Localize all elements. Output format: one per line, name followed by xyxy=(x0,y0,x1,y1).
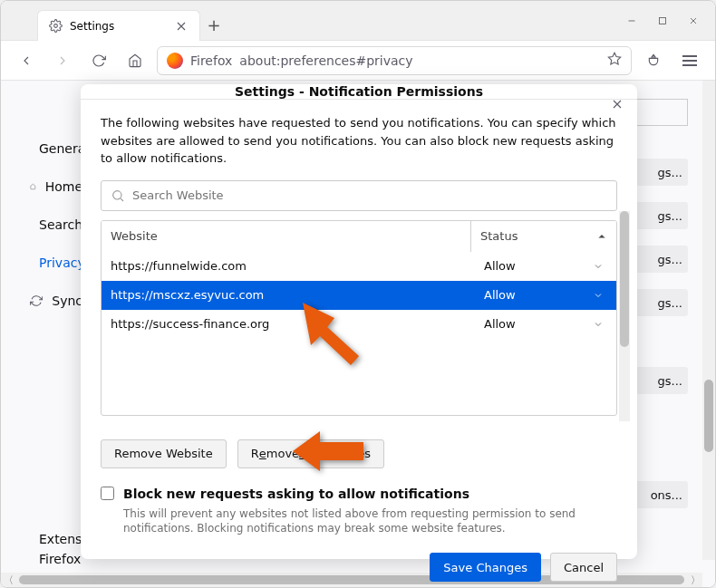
scroll-right-arrow[interactable]: 〉 xyxy=(688,574,702,587)
tab-title: Settings xyxy=(70,20,114,33)
sidenav-ext-label: Extensions & Themes xyxy=(39,532,82,546)
reload-button[interactable] xyxy=(84,46,113,75)
close-icon xyxy=(174,19,189,34)
bookmark-button[interactable] xyxy=(607,52,622,69)
search-website-input[interactable] xyxy=(132,188,607,202)
sidenav-search-label: Search xyxy=(39,217,82,232)
sidenav-general[interactable]: General xyxy=(30,139,82,159)
column-website[interactable]: Website xyxy=(102,221,471,252)
dialog-title: Settings - Notification Permissions xyxy=(235,84,483,99)
sidenav-sync[interactable]: Sync xyxy=(30,291,82,311)
row-status-select[interactable]: Allow xyxy=(471,288,616,302)
hamburger-icon xyxy=(682,55,697,66)
svg-marker-9 xyxy=(293,431,363,471)
row-status-select[interactable]: Allow xyxy=(471,317,616,331)
row-status-select[interactable]: Allow xyxy=(471,259,616,273)
svg-point-0 xyxy=(54,24,58,28)
toolbar: Firefox about:preferences#privacy xyxy=(1,41,715,81)
block-requests-note: This will prevent any websites not liste… xyxy=(123,506,617,537)
scroll-left-arrow[interactable]: 〈 xyxy=(1,574,15,587)
gear-icon xyxy=(49,19,63,33)
search-icon xyxy=(111,188,125,203)
annotation-arrow xyxy=(300,300,373,372)
forward-button[interactable] xyxy=(48,46,77,75)
back-button[interactable] xyxy=(12,46,41,75)
sidenav-extensions[interactable]: Extensions & Themes xyxy=(30,529,82,549)
new-tab-button[interactable]: + xyxy=(200,9,227,40)
dialog-header: Settings - Notification Permissions xyxy=(81,84,637,100)
row-url: https://funnelwide.com xyxy=(102,259,471,273)
table-scrollbar-thumb[interactable] xyxy=(620,211,629,347)
block-new-requests-row: Block new requests asking to allow notif… xyxy=(101,487,617,501)
svg-point-7 xyxy=(113,190,121,198)
minimize-icon xyxy=(626,14,637,28)
close-window-button[interactable] xyxy=(688,15,699,26)
dialog-footer: Save Changes Cancel xyxy=(81,553,637,588)
sync-icon xyxy=(30,294,43,308)
row-url: https://mscxz.esyvuc.com xyxy=(102,288,471,302)
account-button[interactable] xyxy=(639,46,668,75)
annotation-arrow xyxy=(293,426,365,477)
sidenav-support[interactable]: Firefox Support xyxy=(30,549,82,569)
home-button[interactable] xyxy=(121,46,150,75)
title-bar: Settings + xyxy=(1,1,715,41)
sidenav-sync-label: Sync xyxy=(52,294,82,308)
chevron-down-icon xyxy=(593,319,604,330)
svg-marker-2 xyxy=(608,53,620,64)
window-controls xyxy=(610,1,715,40)
sidenav-general-label: General xyxy=(39,141,82,156)
tab-close-button[interactable] xyxy=(174,19,189,34)
maximize-icon xyxy=(657,14,668,28)
close-icon xyxy=(688,14,699,28)
cancel-button[interactable]: Cancel xyxy=(550,553,617,582)
sidenav-search[interactable]: Search xyxy=(30,215,82,235)
row-url: https://success-finance.org xyxy=(102,317,471,331)
maximize-button[interactable] xyxy=(657,15,668,26)
tab-settings[interactable]: Settings xyxy=(37,10,200,41)
home-icon xyxy=(30,179,36,194)
column-status[interactable]: Status xyxy=(471,221,616,252)
sidenav-support-label: Firefox Support xyxy=(39,552,82,566)
table-scrollbar[interactable] xyxy=(619,211,630,421)
chevron-down-icon xyxy=(593,290,604,301)
dialog-description: The following websites have requested to… xyxy=(101,114,617,168)
table-header: Website Status xyxy=(102,221,616,252)
reload-icon xyxy=(92,53,106,68)
search-website-field[interactable] xyxy=(101,180,617,211)
url-bar[interactable]: Firefox about:preferences#privacy xyxy=(157,46,632,75)
tab-strip: Settings + xyxy=(1,1,610,40)
minimize-button[interactable] xyxy=(626,15,637,26)
arrow-left-icon xyxy=(19,53,34,68)
block-new-requests-label: Block new requests asking to allow notif… xyxy=(123,487,469,501)
scrollbar-thumb[interactable] xyxy=(704,380,713,452)
sidenav-home[interactable]: Home xyxy=(30,177,82,197)
svg-rect-1 xyxy=(660,17,666,24)
settings-sidenav: General Home Search Privacy & Security S… xyxy=(1,81,82,587)
sidenav-privacy[interactable]: Privacy & Security xyxy=(30,253,82,273)
svg-marker-8 xyxy=(303,303,359,365)
pocket-icon xyxy=(646,53,661,68)
home-icon xyxy=(128,53,142,68)
url-address: about:preferences#privacy xyxy=(239,53,412,68)
sort-asc-icon xyxy=(596,231,607,242)
sidenav-privacy-label: Privacy & Security xyxy=(39,255,82,270)
table-row[interactable]: https://funnelwide.com Allow xyxy=(102,252,616,281)
browser-window: Settings + Firefox about:preferences#pri… xyxy=(0,0,716,588)
star-icon xyxy=(607,52,622,66)
menu-button[interactable] xyxy=(675,46,704,75)
sidenav-home-label: Home xyxy=(45,179,82,194)
save-changes-button[interactable]: Save Changes xyxy=(430,553,541,582)
remove-website-button[interactable]: Remove Website xyxy=(101,439,227,468)
page-scrollbar[interactable] xyxy=(702,81,715,560)
url-context: Firefox xyxy=(190,53,232,68)
chevron-down-icon xyxy=(593,261,604,272)
block-new-requests-checkbox[interactable] xyxy=(101,487,114,500)
arrow-right-icon xyxy=(55,53,70,68)
firefox-icon xyxy=(167,53,183,69)
